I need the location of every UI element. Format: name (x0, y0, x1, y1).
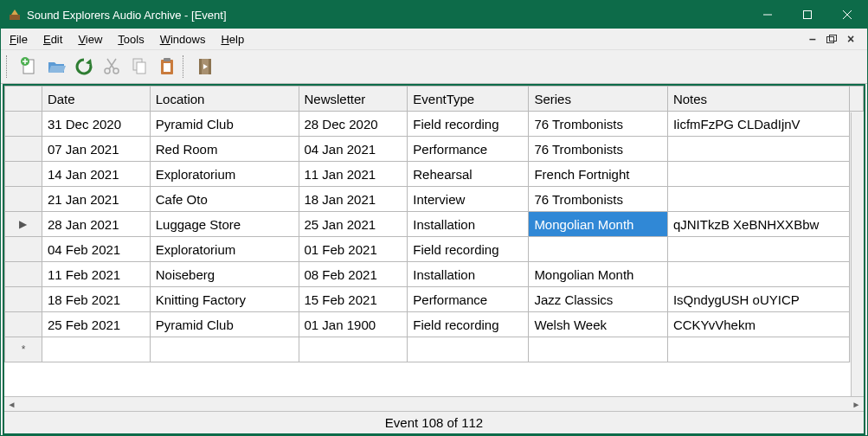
cell-eventtype[interactable]: Performance (408, 287, 529, 312)
cell-series[interactable]: 76 Trombonists (529, 112, 668, 137)
cell-series[interactable]: Jazz Classics (529, 287, 668, 312)
cell-date[interactable]: 07 Jan 2021 (42, 137, 150, 162)
table-row[interactable]: 04 Feb 2021Exploratorium01 Feb 2021Field… (5, 237, 864, 262)
cell-date[interactable]: 11 Feb 2021 (42, 262, 150, 287)
cell-eventtype[interactable]: Field recording (408, 312, 529, 337)
cell-series[interactable]: 76 Trombonists (529, 137, 668, 162)
cell-newsletter[interactable]: 08 Feb 2021 (299, 262, 408, 287)
cell-location[interactable]: Luggage Store (150, 212, 299, 237)
cell-location[interactable]: Knitting Factory (150, 287, 299, 312)
cell-newsletter[interactable]: 04 Jan 2021 (299, 137, 408, 162)
table-row[interactable]: 18 Feb 2021Knitting Factory15 Feb 2021Pe… (5, 287, 864, 312)
copy-button[interactable] (125, 53, 153, 80)
mdi-minimize-icon[interactable]: – (805, 32, 820, 46)
cell-date[interactable]: 25 Feb 2021 (42, 312, 150, 337)
empty-cell[interactable] (299, 337, 408, 362)
row-selector[interactable]: ▶ (5, 212, 42, 237)
cell-notes[interactable] (667, 137, 849, 162)
column-header-date[interactable]: Date (42, 87, 150, 112)
row-selector[interactable] (5, 137, 42, 162)
menu-view[interactable]: View (78, 33, 102, 46)
column-header-notes[interactable]: Notes (667, 87, 849, 112)
table-row[interactable]: 11 Feb 2021Noiseberg08 Feb 2021Installat… (5, 262, 864, 287)
cell-notes[interactable]: CCKYvVhekm (667, 312, 849, 337)
cell-eventtype[interactable]: Installation (408, 262, 529, 287)
new-button[interactable] (15, 53, 42, 80)
cell-location[interactable]: Exploratorium (150, 237, 299, 262)
empty-cell[interactable] (667, 337, 849, 362)
cell-series[interactable] (529, 237, 668, 262)
row-selector[interactable] (5, 287, 42, 312)
cell-series[interactable]: Mongolian Month (529, 212, 668, 237)
cell-newsletter[interactable]: 11 Jan 2021 (299, 162, 408, 187)
cut-button[interactable] (98, 53, 125, 80)
horizontal-scrollbar[interactable]: ◄ ► (4, 396, 864, 411)
media-button[interactable] (191, 53, 219, 80)
cell-eventtype[interactable]: Installation (408, 212, 529, 237)
cell-series[interactable]: Mongolian Month (529, 262, 668, 287)
minimize-button[interactable] (748, 1, 788, 29)
menu-windows[interactable]: Windows (160, 33, 206, 46)
cell-notes[interactable]: IicfmFzPG CLDadIjnV (667, 112, 849, 137)
table-row[interactable]: 07 Jan 2021Red Room04 Jan 2021Performanc… (5, 137, 864, 162)
empty-cell[interactable] (529, 337, 668, 362)
cell-series[interactable]: French Fortnight (529, 162, 668, 187)
cell-location[interactable]: Pyramid Club (150, 312, 299, 337)
table-row[interactable]: 14 Jan 2021Exploratorium11 Jan 2021Rehea… (5, 162, 864, 187)
cell-date[interactable]: 28 Jan 2021 (42, 212, 150, 237)
new-row-selector[interactable]: * (5, 337, 42, 362)
cell-date[interactable]: 21 Jan 2021 (42, 187, 150, 212)
cell-newsletter[interactable]: 18 Jan 2021 (299, 187, 408, 212)
cell-eventtype[interactable]: Field recording (408, 237, 529, 262)
cell-newsletter[interactable]: 28 Dec 2020 (299, 112, 408, 137)
scroll-right-icon[interactable]: ► (849, 397, 864, 411)
cell-date[interactable]: 18 Feb 2021 (42, 287, 150, 312)
cell-notes[interactable] (667, 187, 849, 212)
menu-help[interactable]: Help (221, 33, 244, 46)
paste-button[interactable] (153, 53, 181, 80)
row-selector[interactable] (5, 187, 42, 212)
vertical-scrollbar[interactable] (851, 112, 864, 396)
cell-location[interactable]: Noiseberg (150, 262, 299, 287)
row-selector[interactable] (5, 312, 42, 337)
cell-location[interactable]: Red Room (150, 137, 299, 162)
menu-edit[interactable]: Edit (43, 33, 62, 46)
cell-date[interactable]: 14 Jan 2021 (42, 162, 150, 187)
column-header-eventtype[interactable]: EventType (408, 87, 529, 112)
mdi-restore-icon[interactable] (824, 32, 839, 46)
cell-location[interactable]: Pyramid Club (150, 112, 299, 137)
table-row[interactable]: ▶28 Jan 2021Luggage Store25 Jan 2021Inst… (5, 212, 864, 237)
scroll-left-icon[interactable]: ◄ (4, 397, 19, 411)
cell-notes[interactable] (667, 262, 849, 287)
table-row[interactable]: 31 Dec 2020Pyramid Club28 Dec 2020Field … (5, 112, 864, 137)
empty-cell[interactable] (408, 337, 529, 362)
cell-newsletter[interactable]: 01 Jan 1900 (299, 312, 408, 337)
cell-newsletter[interactable]: 01 Feb 2021 (299, 237, 408, 262)
table-row[interactable]: 21 Jan 2021Cafe Oto18 Jan 2021Interview7… (5, 187, 864, 212)
cell-series[interactable]: 76 Trombonists (529, 187, 668, 212)
cell-notes[interactable] (667, 237, 849, 262)
row-selector[interactable] (5, 262, 42, 287)
cell-date[interactable]: 31 Dec 2020 (42, 112, 150, 137)
cell-notes[interactable]: IsQndygUSH oUYICP (667, 287, 849, 312)
cell-newsletter[interactable]: 15 Feb 2021 (299, 287, 408, 312)
cell-eventtype[interactable]: Interview (408, 187, 529, 212)
row-selector[interactable] (5, 237, 42, 262)
column-header-location[interactable]: Location (150, 87, 299, 112)
refresh-button[interactable] (70, 53, 98, 80)
mdi-close-icon[interactable]: × (843, 32, 858, 46)
column-header-series[interactable]: Series (529, 87, 668, 112)
table-row[interactable]: 25 Feb 2021Pyramid Club01 Jan 1900Field … (5, 312, 864, 337)
row-selector[interactable] (5, 162, 42, 187)
cell-newsletter[interactable]: 25 Jan 2021 (299, 212, 408, 237)
cell-notes[interactable]: qJNITkzB XeBNHXXBbw (667, 212, 849, 237)
cell-location[interactable]: Cafe Oto (150, 187, 299, 212)
menu-file[interactable]: File (10, 33, 28, 46)
cell-eventtype[interactable]: Field recording (408, 112, 529, 137)
row-header-corner[interactable] (5, 87, 42, 112)
empty-cell[interactable] (150, 337, 299, 362)
cell-eventtype[interactable]: Rehearsal (408, 162, 529, 187)
cell-notes[interactable] (667, 162, 849, 187)
cell-date[interactable]: 04 Feb 2021 (42, 237, 150, 262)
menu-tools[interactable]: Tools (118, 33, 144, 46)
